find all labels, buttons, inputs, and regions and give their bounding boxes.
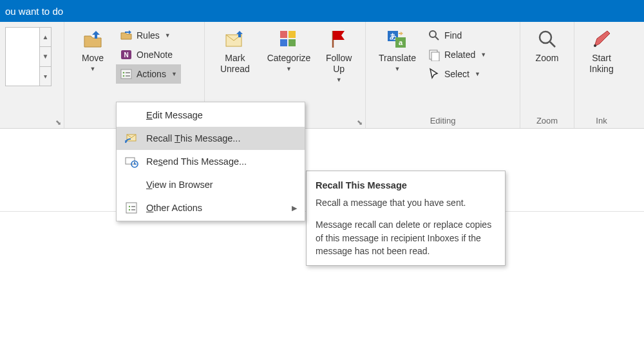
svg-text:N: N	[124, 51, 128, 59]
menu-item-label: Other Actions	[146, 203, 202, 213]
svg-text:a: a	[399, 39, 403, 46]
styles-group: ▲ ▼ ▾ ⬊	[0, 22, 64, 128]
related-icon	[428, 48, 440, 61]
zoom-label: Zoom	[536, 53, 559, 64]
dropdown-icon: ▼	[336, 75, 342, 86]
actions-icon	[120, 68, 133, 80]
flag-icon	[328, 28, 350, 50]
related-button[interactable]: Related ▼	[424, 45, 490, 64]
follow-up-button[interactable]: Follow Up ▼	[317, 24, 360, 88]
translate-label: Translate	[379, 53, 416, 64]
move-label: Move	[82, 53, 104, 64]
svg-rect-5	[126, 72, 130, 73]
styles-gallery[interactable]: ▲ ▼ ▾	[5, 27, 52, 86]
svg-rect-9	[289, 31, 296, 38]
ink-group: Start Inking Ink	[574, 22, 629, 128]
menu-resend-message[interactable]: Resend This Message...	[117, 150, 305, 173]
svg-rect-2	[121, 70, 131, 79]
svg-rect-18	[431, 52, 439, 61]
categorize-icon	[278, 28, 299, 50]
find-button[interactable]: Find	[424, 26, 490, 45]
dropdown-icon: ▼	[480, 51, 486, 58]
translate-icon: あa	[386, 28, 408, 50]
svg-rect-8	[280, 31, 287, 38]
dropdown-icon: ▼	[286, 64, 292, 75]
actions-dropdown-menu: Edit Message Recall This Message... Rese…	[116, 102, 305, 221]
svg-text:あ: あ	[390, 32, 397, 41]
resend-icon	[124, 154, 138, 169]
tooltip-text: Recall a message that you have sent.	[316, 196, 496, 209]
start-inking-button[interactable]: Start Inking	[580, 24, 623, 77]
zoom-button[interactable]: Zoom	[526, 24, 569, 66]
onenote-icon: N	[120, 48, 133, 61]
gallery-up-icon[interactable]: ▲	[40, 28, 51, 47]
menu-item-label: Resend This Message...	[146, 156, 247, 167]
recall-icon	[124, 131, 138, 145]
menu-view-in-browser[interactable]: View in Browser	[117, 173, 305, 196]
other-actions-icon	[124, 201, 138, 215]
rules-icon	[120, 29, 133, 42]
dialog-launcher-icon[interactable]: ⬊	[55, 118, 61, 127]
svg-point-20	[594, 44, 596, 47]
categorize-button[interactable]: Categorize ▼	[260, 24, 318, 77]
onenote-button[interactable]: N OneNote	[116, 45, 181, 64]
menu-item-label: View in Browser	[146, 180, 213, 190]
translate-button[interactable]: あa Translate ▼	[371, 24, 424, 77]
rules-label: Rules	[137, 30, 160, 41]
zoom-group-label: Zoom	[526, 115, 569, 127]
onenote-label: OneNote	[137, 50, 173, 60]
svg-rect-6	[126, 75, 130, 77]
categorize-label: Categorize	[267, 53, 311, 64]
gallery-more-icon[interactable]: ▾	[40, 67, 51, 86]
dropdown-icon: ▼	[171, 71, 177, 77]
mark-unread-button[interactable]: Mark Unread	[210, 24, 260, 77]
tooltip-recall-message: Recall This Message Recall a message tha…	[306, 171, 506, 266]
cursor-icon	[428, 68, 440, 80]
svg-point-3	[123, 72, 125, 74]
tooltip-text: Message recall can delete or replace cop…	[316, 218, 496, 257]
find-label: Find	[444, 30, 462, 41]
menu-other-actions[interactable]: Other Actions ▶	[117, 196, 305, 219]
gallery-down-icon[interactable]: ▼	[40, 47, 51, 66]
pen-icon	[591, 28, 612, 50]
select-button[interactable]: Select ▼	[424, 64, 490, 84]
dialog-launcher-icon[interactable]: ⬊	[357, 118, 363, 127]
rules-button[interactable]: Rules ▼	[116, 26, 181, 45]
svg-point-16	[430, 31, 436, 37]
tooltip-title: Recall This Message	[316, 179, 496, 192]
dropdown-icon: ▼	[475, 71, 480, 77]
actions-label: Actions	[137, 69, 166, 79]
menu-recall-message[interactable]: Recall This Message...	[117, 127, 305, 150]
title-text: ou want to do	[5, 6, 63, 17]
svg-point-26	[129, 209, 130, 210]
svg-rect-10	[280, 39, 287, 46]
menu-edit-message[interactable]: Edit Message	[117, 104, 305, 127]
menu-item-label: Recall This Message...	[146, 133, 240, 144]
move-button[interactable]: Move ▼	[70, 24, 116, 77]
dropdown-icon: ▼	[165, 32, 171, 39]
submenu-arrow-icon: ▶	[292, 204, 297, 212]
blank-icon	[124, 108, 138, 122]
editing-group: あa Translate ▼ Find Related ▼	[366, 22, 520, 128]
svg-rect-24	[126, 203, 137, 213]
menu-item-label: Edit Message	[146, 110, 203, 120]
dropdown-icon: ▼	[90, 64, 96, 75]
search-icon	[428, 29, 440, 42]
svg-rect-28	[131, 209, 135, 210]
svg-point-19	[540, 32, 551, 43]
start-inking-label: Start Inking	[583, 53, 620, 75]
envelope-icon	[224, 28, 246, 50]
related-label: Related	[444, 50, 475, 60]
ribbon: ▲ ▼ ▾ ⬊ Move ▼	[0, 22, 644, 129]
window-titlebar: ou want to do	[0, 0, 644, 22]
svg-point-4	[123, 75, 125, 77]
actions-button[interactable]: Actions ▼	[116, 64, 181, 84]
svg-point-25	[129, 206, 130, 207]
blank-icon	[124, 178, 138, 192]
select-label: Select	[444, 69, 469, 79]
mark-unread-label: Mark Unread	[214, 53, 256, 75]
svg-rect-11	[289, 39, 296, 46]
dropdown-icon: ▼	[395, 64, 401, 75]
svg-rect-27	[131, 206, 135, 207]
editing-group-label: Editing	[371, 115, 515, 127]
